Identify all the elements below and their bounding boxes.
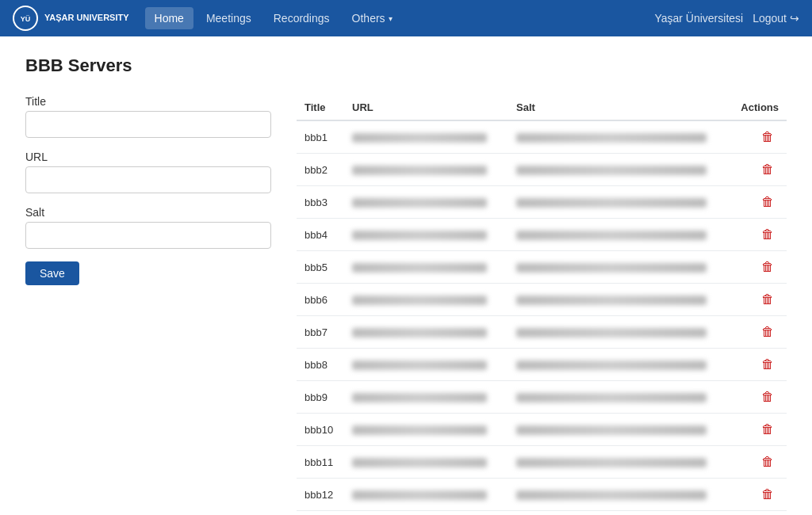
title-group: Title bbox=[25, 95, 271, 138]
salt-label: Salt bbox=[25, 206, 271, 219]
table-panel: Title URL Salt Actions bbb1https://bbb.y… bbox=[297, 95, 787, 511]
delete-button[interactable]: 🗑 bbox=[756, 291, 779, 308]
logo: YÜ bbox=[13, 6, 38, 31]
delete-button[interactable]: 🗑 bbox=[756, 128, 779, 146]
row-salt: abcdef1234567890abcdef1234567890abcdef12… bbox=[508, 414, 733, 446]
row-url: https://bbb.yasar.edu.tr/bigbluebutton/a… bbox=[344, 154, 508, 186]
logout-button[interactable]: Logout ↪ bbox=[753, 12, 799, 25]
table-row: bbb8https://bbb.yasar.edu.tr/bigbluebutt… bbox=[297, 349, 787, 381]
row-title: bbb2 bbox=[297, 154, 344, 186]
main-content: BBB Servers Title URL Salt Save bbox=[0, 36, 812, 515]
delete-button[interactable]: 🗑 bbox=[756, 193, 779, 211]
chevron-down-icon: ▾ bbox=[389, 14, 393, 23]
row-salt: abcdef1234567890abcdef1234567890abcdef12… bbox=[508, 219, 733, 251]
row-url: https://bbb.yasar.edu.tr/bigbluebutton/a… bbox=[344, 120, 508, 154]
table-row: bbb3https://bbb.yasar.edu.tr/bigbluebutt… bbox=[297, 186, 787, 219]
title-input[interactable] bbox=[25, 111, 271, 138]
row-title: bbb5 bbox=[297, 251, 344, 284]
salt-input[interactable] bbox=[25, 222, 271, 249]
row-title: bbb9 bbox=[297, 381, 344, 414]
col-title: Title bbox=[297, 95, 344, 120]
brand-text: YAŞAR UNIVERSITY bbox=[44, 13, 129, 23]
row-salt: abcdef1234567890abcdef1234567890abcdef12… bbox=[508, 284, 733, 316]
row-salt: abcdef1234567890abcdef1234567890abcdef12… bbox=[508, 186, 733, 219]
delete-button[interactable]: 🗑 bbox=[756, 258, 779, 276]
table-row: bbb9https://bbb.yasar.edu.tr/bigbluebutt… bbox=[297, 381, 787, 414]
nav-meetings[interactable]: Meetings bbox=[197, 7, 261, 29]
row-url: https://bbb.yasar.edu.tr/bigbluebutton/a… bbox=[344, 479, 508, 511]
row-url: https://bbb.yasar.edu.tr/bigbluebutton/a… bbox=[344, 316, 508, 349]
row-salt: abcdef1234567890abcdef1234567890abcdef12… bbox=[508, 349, 733, 381]
title-label: Title bbox=[25, 95, 271, 108]
table-row: bbb11https://bbb.yasar.edu.tr/bigbluebut… bbox=[297, 446, 787, 479]
row-title: bbb6 bbox=[297, 284, 344, 316]
row-url: https://bbb.yasar.edu.tr/bigbluebutton/a… bbox=[344, 284, 508, 316]
table-header: Title URL Salt Actions bbox=[297, 95, 787, 120]
nav-home[interactable]: Home bbox=[145, 7, 193, 29]
table-row: bbb12https://bbb.yasar.edu.tr/bigbluebut… bbox=[297, 479, 787, 511]
delete-button[interactable]: 🗑 bbox=[756, 388, 779, 406]
delete-button[interactable]: 🗑 bbox=[756, 486, 779, 503]
row-title: bbb7 bbox=[297, 316, 344, 349]
table-row: bbb2https://bbb.yasar.edu.tr/bigbluebutt… bbox=[297, 154, 787, 186]
form-panel: Title URL Salt Save bbox=[25, 95, 271, 285]
delete-button[interactable]: 🗑 bbox=[756, 323, 779, 341]
row-salt: abcdef1234567890abcdef1234567890abcdef12… bbox=[508, 316, 733, 349]
row-url: https://bbb.yasar.edu.tr/bigbluebutton/a… bbox=[344, 381, 508, 414]
save-button[interactable]: Save bbox=[25, 261, 79, 285]
url-input[interactable] bbox=[25, 166, 271, 193]
logout-icon: ↪ bbox=[790, 12, 799, 25]
row-title: bbb1 bbox=[297, 120, 344, 154]
row-title: bbb10 bbox=[297, 414, 344, 446]
nav-others[interactable]: Others ▾ bbox=[343, 7, 402, 29]
svg-text:YÜ: YÜ bbox=[21, 15, 31, 23]
table-row: bbb5https://bbb.yasar.edu.tr/bigbluebutt… bbox=[297, 251, 787, 284]
delete-button[interactable]: 🗑 bbox=[756, 161, 779, 178]
delete-button[interactable]: 🗑 bbox=[756, 356, 779, 373]
row-salt: abcdef1234567890abcdef1234567890abcdef12… bbox=[508, 251, 733, 284]
row-url: https://bbb.yasar.edu.tr/bigbluebutton/a… bbox=[344, 446, 508, 479]
content-layout: Title URL Salt Save Title URL Salt bbox=[25, 95, 787, 511]
table-row: bbb7https://bbb.yasar.edu.tr/bigbluebutt… bbox=[297, 316, 787, 349]
row-salt: abcdef1234567890abcdef1234567890abcdef12… bbox=[508, 154, 733, 186]
row-url: https://bbb.yasar.edu.tr/bigbluebutton/a… bbox=[344, 219, 508, 251]
table-row: bbb1https://bbb.yasar.edu.tr/bigbluebutt… bbox=[297, 120, 787, 154]
row-url: https://bbb.yasar.edu.tr/bigbluebutton/a… bbox=[344, 349, 508, 381]
delete-button[interactable]: 🗑 bbox=[756, 421, 779, 438]
row-url: https://bbb.yasar.edu.tr/bigbluebutton/a… bbox=[344, 414, 508, 446]
row-salt: abcdef1234567890abcdef1234567890abcdef12… bbox=[508, 479, 733, 511]
nav-recordings[interactable]: Recordings bbox=[264, 7, 339, 29]
url-label: URL bbox=[25, 151, 271, 163]
table-row: bbb10https://bbb.yasar.edu.tr/bigbluebut… bbox=[297, 414, 787, 446]
col-actions: Actions bbox=[733, 95, 787, 120]
url-group: URL bbox=[25, 151, 271, 193]
row-url: https://bbb.yasar.edu.tr/bigbluebutton/a… bbox=[344, 186, 508, 219]
row-title: bbb8 bbox=[297, 349, 344, 381]
row-salt: abcdef1234567890abcdef1234567890abcdef12… bbox=[508, 120, 733, 154]
user-display: Yaşar Üniversitesi bbox=[654, 12, 743, 25]
table-row: bbb6https://bbb.yasar.edu.tr/bigbluebutt… bbox=[297, 284, 787, 316]
row-title: bbb12 bbox=[297, 479, 344, 511]
row-url: https://bbb.yasar.edu.tr/bigbluebutton/a… bbox=[344, 251, 508, 284]
row-title: bbb3 bbox=[297, 186, 344, 219]
delete-button[interactable]: 🗑 bbox=[756, 453, 779, 471]
row-title: bbb4 bbox=[297, 219, 344, 251]
delete-button[interactable]: 🗑 bbox=[756, 226, 779, 243]
table-body: bbb1https://bbb.yasar.edu.tr/bigbluebutt… bbox=[297, 120, 787, 511]
page-title: BBB Servers bbox=[25, 55, 787, 76]
col-salt: Salt bbox=[508, 95, 733, 120]
table-row: bbb4https://bbb.yasar.edu.tr/bigbluebutt… bbox=[297, 219, 787, 251]
row-title: bbb11 bbox=[297, 446, 344, 479]
salt-group: Salt bbox=[25, 206, 271, 249]
col-url: URL bbox=[344, 95, 508, 120]
row-salt: abcdef1234567890abcdef1234567890abcdef12… bbox=[508, 446, 733, 479]
row-salt: abcdef1234567890abcdef1234567890abcdef12… bbox=[508, 381, 733, 414]
main-nav: Home Meetings Recordings Others ▾ bbox=[145, 7, 655, 29]
servers-table: Title URL Salt Actions bbb1https://bbb.y… bbox=[297, 95, 787, 511]
navbar-right: Yaşar Üniversitesi Logout ↪ bbox=[654, 12, 799, 25]
navbar: YÜ YAŞAR UNIVERSITY Home Meetings Record… bbox=[0, 0, 812, 36]
brand[interactable]: YÜ YAŞAR UNIVERSITY bbox=[13, 6, 129, 31]
